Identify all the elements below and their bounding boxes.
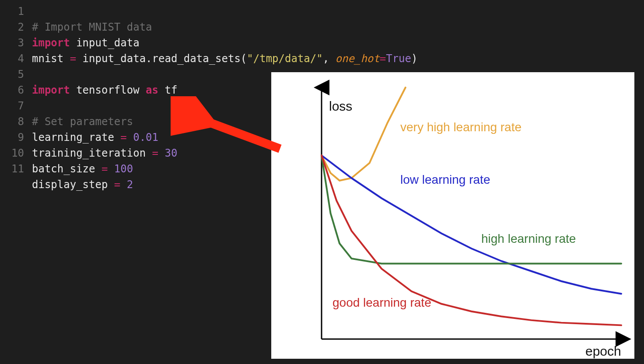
line-number: 5	[0, 66, 24, 82]
code-line: import tensorflow as tf	[32, 84, 177, 96]
operator: =	[95, 163, 114, 175]
string-literal: "/tmp/data/"	[247, 52, 322, 65]
line-number: 4	[0, 51, 24, 66]
chart-svg: loss epoch very high learning rate low l…	[271, 72, 634, 359]
equals: =	[380, 52, 386, 65]
line-number: 7	[0, 98, 24, 114]
code-line: learning_rate = 0.01	[32, 131, 158, 144]
line-number: 11	[0, 161, 24, 177]
line-gutter: 1 2 3 4 5 6 7 8 9 10 11	[0, 4, 32, 208]
keyword-import: import	[32, 37, 70, 49]
code-line: # Set parameters	[32, 116, 133, 128]
number-literal: 100	[114, 163, 133, 175]
line-number: 10	[0, 145, 24, 161]
number-literal: 0.01	[133, 131, 158, 144]
number-literal: 30	[164, 147, 177, 159]
operator: =	[146, 147, 164, 159]
keyword-import: import	[32, 84, 70, 96]
learning-rate-chart: loss epoch very high learning rate low l…	[271, 72, 634, 359]
identifier: input_data	[83, 52, 146, 65]
code-line: import input_data	[32, 37, 140, 49]
label-very-high-lr: very high learning rate	[400, 120, 522, 134]
number-literal: 2	[127, 178, 133, 191]
identifier: training_iteration	[32, 147, 146, 159]
line-number: 3	[0, 35, 24, 51]
identifier: mnist	[32, 52, 63, 65]
code-line: # Import MNIST data	[32, 21, 152, 33]
curve-high-lr	[322, 155, 621, 263]
code-line: display_step = 2	[32, 178, 133, 191]
code-line: training_iteration = 30	[32, 147, 177, 159]
code-line: batch_size = 100	[32, 163, 133, 175]
paren-open: (	[241, 52, 247, 65]
code-line: mnist = input_data.read_data_sets("/tmp/…	[32, 52, 417, 65]
literal-true: True	[386, 52, 411, 65]
operator: =	[114, 131, 133, 144]
dot: .	[146, 52, 152, 65]
operator: =	[108, 178, 126, 191]
comma: ,	[323, 52, 336, 65]
label-high-lr: high learning rate	[481, 232, 576, 245]
label-low-lr: low learning rate	[400, 173, 490, 186]
kwarg-name: one_hot	[336, 52, 380, 65]
line-number: 6	[0, 82, 24, 98]
function-call: read_data_sets	[152, 52, 241, 65]
y-axis-label: loss	[329, 99, 352, 113]
identifier: tensorflow	[76, 84, 140, 96]
comment: # Import MNIST data	[32, 21, 152, 33]
line-number: 9	[0, 130, 24, 145]
identifier: display_step	[32, 178, 108, 191]
paren-close: )	[411, 52, 417, 65]
identifier: learning_rate	[32, 131, 114, 144]
keyword-as: as	[146, 84, 158, 96]
identifier: tf	[164, 84, 177, 96]
comment: # Set parameters	[32, 116, 133, 128]
identifier: batch_size	[32, 163, 95, 175]
x-axis-label: epoch	[585, 344, 621, 358]
identifier: input_data	[76, 37, 140, 49]
label-good-lr: good learning rate	[332, 296, 431, 309]
line-number: 1	[0, 4, 24, 19]
operator: =	[63, 52, 82, 65]
line-number: 8	[0, 114, 24, 130]
line-number: 2	[0, 19, 24, 35]
